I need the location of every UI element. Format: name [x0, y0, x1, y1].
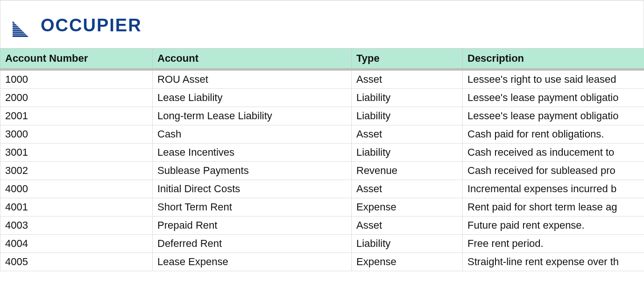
cell-account-number: 1000 [0, 70, 153, 89]
cell-description: Future paid rent expense. [463, 217, 644, 235]
table-row: 4000Initial Direct CostsAssetIncremental… [0, 180, 644, 198]
header-description: Description [463, 49, 644, 70]
cell-account: ROU Asset [153, 70, 352, 89]
cell-description: Straight-line rent expense over th [463, 253, 644, 271]
cell-description: Rent paid for short term lease ag [463, 198, 644, 217]
table-row: 1000ROU AssetAssetLessee's right to use … [0, 70, 644, 89]
header-account: Account [153, 49, 352, 70]
cell-type: Asset [352, 217, 463, 235]
cell-type: Liability [352, 107, 463, 125]
cell-account-number: 4005 [0, 253, 153, 271]
table-row: 3000CashAssetCash paid for rent obligati… [0, 125, 644, 144]
cell-type: Liability [352, 235, 463, 253]
cell-description: Lessee's lease payment obligatio [463, 107, 644, 125]
cell-type: Liability [352, 89, 463, 107]
table-row: 2000Lease LiabilityLiabilityLessee's lea… [0, 89, 644, 107]
table-row: 2001Long-term Lease LiabilityLiabilityLe… [0, 107, 644, 125]
cell-account: Lease Incentives [153, 144, 352, 162]
table-row: 4001Short Term RentExpenseRent paid for … [0, 198, 644, 217]
cell-type: Asset [352, 70, 463, 89]
cell-account: Prepaid Rent [153, 217, 352, 235]
table-row: 4003Prepaid RentAssetFuture paid rent ex… [0, 217, 644, 235]
cell-type: Expense [352, 253, 463, 271]
brand-name: OCCUPIER [41, 15, 142, 36]
table-row: 3001Lease IncentivesLiabilityCash receiv… [0, 144, 644, 162]
cell-account-number: 3000 [0, 125, 153, 144]
cell-account: Deferred Rent [153, 235, 352, 253]
cell-account-number: 4001 [0, 198, 153, 217]
cell-account-number: 2000 [0, 89, 153, 107]
header-account-number: Account Number [0, 49, 153, 70]
cell-type: Asset [352, 125, 463, 144]
cell-account: Long-term Lease Liability [153, 107, 352, 125]
occupier-logo-icon [13, 14, 28, 37]
header: OCCUPIER [0, 0, 644, 48]
cell-description: Incremental expenses incurred b [463, 180, 644, 198]
cell-description: Cash received for subleased pro [463, 162, 644, 180]
cell-description: Cash received as inducement to [463, 144, 644, 162]
cell-account: Initial Direct Costs [153, 180, 352, 198]
cell-account: Cash [153, 125, 352, 144]
accounts-table: Account Number Account Type Description … [0, 48, 644, 271]
table-row: 3002Sublease PaymentsRevenueCash receive… [0, 162, 644, 180]
cell-account-number: 3001 [0, 144, 153, 162]
cell-type: Revenue [352, 162, 463, 180]
cell-account: Lease Expense [153, 253, 352, 271]
header-type: Type [352, 49, 463, 70]
cell-account-number: 4000 [0, 180, 153, 198]
cell-description: Lessee's lease payment obligatio [463, 89, 644, 107]
table-header-row: Account Number Account Type Description [0, 49, 644, 70]
cell-type: Expense [352, 198, 463, 217]
cell-type: Asset [352, 180, 463, 198]
cell-account: Lease Liability [153, 89, 352, 107]
cell-account-number: 3002 [0, 162, 153, 180]
table-row: 4004Deferred RentLiabilityFree rent peri… [0, 235, 644, 253]
cell-account: Short Term Rent [153, 198, 352, 217]
cell-account-number: 2001 [0, 107, 153, 125]
cell-description: Free rent period. [463, 235, 644, 253]
cell-description: Lessee's right to use said leased [463, 70, 644, 89]
cell-account-number: 4004 [0, 235, 153, 253]
cell-account: Sublease Payments [153, 162, 352, 180]
table-row: 4005Lease ExpenseExpenseStraight-line re… [0, 253, 644, 271]
cell-type: Liability [352, 144, 463, 162]
cell-account-number: 4003 [0, 217, 153, 235]
cell-description: Cash paid for rent obligations. [463, 125, 644, 144]
